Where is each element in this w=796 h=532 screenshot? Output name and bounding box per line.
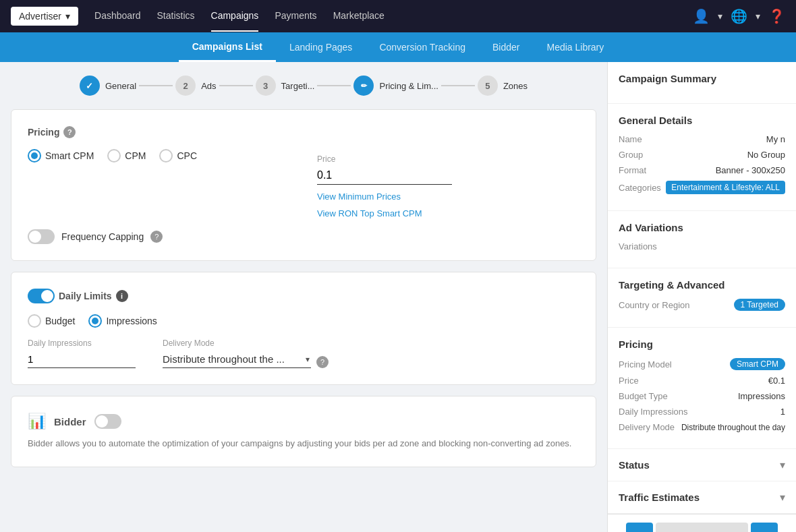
radio-budget[interactable]: Budget <box>28 314 75 328</box>
sidebar-row-variations: Variations <box>619 241 785 252</box>
daily-limits-row: Daily Impressions Delivery Mode Distribu… <box>28 338 579 368</box>
sidebar-value-price: €0.1 <box>768 376 785 386</box>
sidebar-row-budget-type: Budget Type Impressions <box>619 391 785 401</box>
radio-cpc[interactable]: CPC <box>159 149 197 162</box>
status-chevron-icon: ▾ <box>780 459 785 471</box>
radio-label-impressions: Impressions <box>106 316 157 326</box>
daily-limits-card: Daily Limits i Budget Impressions Daily … <box>11 272 596 385</box>
delivery-mode-field: Delivery Mode Distribute throughout the … <box>163 338 329 368</box>
nav-link-campaigns[interactable]: Campaigns <box>211 1 259 32</box>
price-field: Price <box>317 154 579 185</box>
daily-impressions-input[interactable] <box>28 351 136 368</box>
step-label-ads: Ads <box>201 81 216 91</box>
nav-link-dashboard[interactable]: Dashboard <box>94 1 141 32</box>
frequency-capping-label: Frequency Capping <box>61 231 144 242</box>
sidebar-row-categories: Categories Entertainment & Lifestyle: AL… <box>619 181 785 194</box>
radio-inner-impressions <box>92 318 98 324</box>
sidebar-label-categories: Categories <box>619 183 661 193</box>
pricing-sidebar-title: Pricing <box>619 338 785 350</box>
advertiser-label: Advertiser <box>19 11 61 22</box>
bidder-header: 📊 Bidder <box>28 413 579 430</box>
step-targeting: 3 Targeti... <box>256 76 315 96</box>
delivery-mode-label: Delivery Mode <box>163 338 329 348</box>
sidebar-value-budget-type: Impressions <box>738 391 785 401</box>
toggle-knob-bidder <box>96 415 108 427</box>
view-ron-link[interactable]: View RON Top Smart CPM <box>317 208 579 218</box>
user-icon[interactable]: 👤 <box>693 8 710 24</box>
radio-outer-cpm <box>107 149 121 162</box>
sidebar-row-daily-impressions: Daily Impressions 1 <box>619 407 785 417</box>
subnav-landing-pages[interactable]: Landing Pages <box>276 32 366 62</box>
top-nav-right: 👤 ▾ 🌐 ▾ ❓ <box>693 8 785 24</box>
sidebar-label-daily-impressions: Daily Impressions <box>619 407 688 417</box>
nav-link-payments[interactable]: Payments <box>275 1 316 32</box>
traffic-section-header[interactable]: Traffic Estimates ▾ <box>608 481 796 514</box>
status-section-header[interactable]: Status ▾ <box>608 449 796 481</box>
daily-limits-toggle[interactable] <box>28 289 55 303</box>
sidebar-label-delivery-mode: Delivery Mode <box>619 422 675 432</box>
step-circle-pricing: ✏ <box>353 76 374 96</box>
sidebar-row-price: Price €0.1 <box>619 376 785 386</box>
delivery-mode-help-icon[interactable]: ? <box>316 356 329 368</box>
radio-smart-cpm[interactable]: Smart CPM <box>28 149 94 162</box>
daily-limits-section-title: Daily Limits i <box>28 289 579 303</box>
general-details-title: General Details <box>619 115 785 126</box>
radio-inner-smart-cpm <box>31 152 38 159</box>
back-button[interactable]: ‹ <box>626 523 653 532</box>
pricing-row: Smart CPM CPM CPC Price <box>28 149 579 218</box>
help-icon[interactable]: ❓ <box>768 8 785 24</box>
daily-limits-info-icon[interactable]: i <box>116 290 128 302</box>
bidder-toggle[interactable] <box>94 414 121 429</box>
bidder-card: 📊 Bidder Bidder allows you to automate t… <box>11 396 596 467</box>
subnav-campaigns-list[interactable]: Campaigns List <box>179 32 276 62</box>
main-layout: ✓ General 2 Ads 3 Targeti... ✏ Pricing &… <box>0 62 796 532</box>
radio-cpm[interactable]: CPM <box>107 149 146 162</box>
subnav-bidder[interactable]: Bidder <box>479 32 533 62</box>
toggle-knob-freq <box>29 231 41 243</box>
radio-outer-smart-cpm <box>28 149 41 162</box>
toggle-knob-daily <box>41 290 53 302</box>
content-area: ✓ General 2 Ads 3 Targeti... ✏ Pricing &… <box>0 62 607 532</box>
globe-icon[interactable]: 🌐 <box>731 8 747 24</box>
frequency-capping-toggle[interactable] <box>28 229 55 244</box>
advertiser-button[interactable]: Advertiser ▾ <box>11 7 78 26</box>
step-connector-3 <box>317 85 351 86</box>
sidebar-row-name: Name My n <box>619 134 785 144</box>
nav-link-marketplace[interactable]: Marketplace <box>333 1 385 32</box>
bidder-description: Bidder allows you to automate the optimi… <box>28 437 579 450</box>
pricing-options-left: Smart CPM CPM CPC <box>28 149 290 162</box>
subnav-media-library[interactable]: Media Library <box>533 32 617 62</box>
frequency-capping-container: Frequency Capping ? <box>28 229 579 244</box>
pricing-help-icon[interactable]: ? <box>63 126 76 138</box>
traffic-title: Traffic Estimates <box>619 492 700 503</box>
delivery-mode-select[interactable]: Distribute throughout the ... As fast as… <box>163 351 311 368</box>
sidebar-row-pricing-model: Pricing Model Smart CPM <box>619 358 785 370</box>
delivery-mode-select-wrapper: Distribute throughout the ... As fast as… <box>163 351 311 368</box>
nav-link-statistics[interactable]: Statistics <box>157 1 195 32</box>
sidebar-value-format: Banner - 300x250 <box>716 165 785 175</box>
view-min-prices-link[interactable]: View Minimum Prices <box>317 191 579 202</box>
create-button[interactable]: CREATE <box>656 523 748 532</box>
next-button[interactable]: › <box>751 523 778 532</box>
campaign-summary-section: Campaign Summary <box>608 62 796 104</box>
step-label-targeting: Targeti... <box>281 81 315 91</box>
step-label-pricing: Pricing & Lim... <box>379 81 438 91</box>
general-details-section: General Details Name My n Group No Group… <box>608 104 796 211</box>
radio-impressions[interactable]: Impressions <box>88 314 157 328</box>
freq-capping-help-icon[interactable]: ? <box>150 231 163 243</box>
delivery-mode-container: Distribute throughout the ... As fast as… <box>163 351 329 368</box>
sidebar-row-group: Group No Group <box>619 150 785 160</box>
step-connector-4 <box>441 85 475 86</box>
pricing-section-title: Pricing ? <box>28 126 579 138</box>
chevron-down-icon-user: ▾ <box>718 11 722 22</box>
sidebar-label-country: Country or Region <box>619 300 690 310</box>
price-input[interactable] <box>317 167 452 185</box>
subnav-conversion-tracking[interactable]: Conversion Tracking <box>366 32 479 62</box>
targeting-section: Targeting & Advanced Country or Region 1… <box>608 268 796 328</box>
categories-badge: Entertainment & Lifestyle: ALL <box>666 181 785 194</box>
radio-label-budget: Budget <box>45 316 75 326</box>
step-connector-1 <box>139 85 173 86</box>
sidebar-row-format: Format Banner - 300x250 <box>619 165 785 175</box>
step-circle-zones: 5 <box>478 76 498 96</box>
radio-outer-budget <box>28 314 41 328</box>
